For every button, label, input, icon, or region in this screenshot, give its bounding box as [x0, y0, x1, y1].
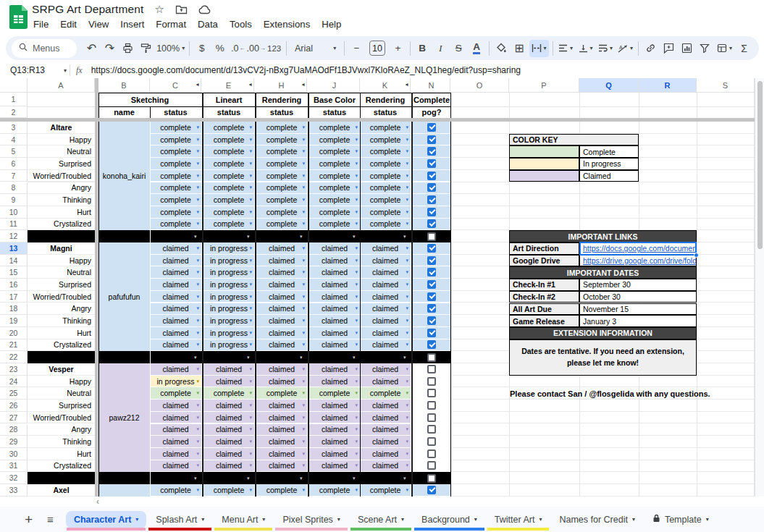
checkbox-cell[interactable] [413, 424, 450, 436]
status-dropdown-icon[interactable]: ▾ [406, 148, 408, 154]
checkbox-cell[interactable] [413, 279, 450, 291]
status-dropdown-icon[interactable]: ▾ [406, 258, 408, 263]
separator-dropdown-icon[interactable]: ▾ [353, 355, 356, 360]
status-cell[interactable]: claimed▾ [203, 363, 254, 376]
character-name-cell[interactable]: Altare [28, 122, 95, 134]
status-cell[interactable]: claimed▾ [150, 242, 201, 255]
status-cell[interactable]: complete▾ [256, 145, 307, 158]
status-cell[interactable]: complete▾ [360, 182, 411, 195]
row-header-33[interactable]: 33 [0, 484, 28, 497]
paint-format-button[interactable] [138, 40, 154, 57]
redo-button[interactable]: ↷ [101, 40, 118, 57]
status-dropdown-icon[interactable]: ▾ [406, 439, 408, 444]
separator-dropdown-icon[interactable]: ▾ [247, 234, 250, 240]
row-header-6[interactable]: 6 [0, 158, 28, 170]
status-dropdown-icon[interactable]: ▾ [406, 330, 408, 336]
status-dropdown-icon[interactable]: ▾ [355, 209, 358, 215]
status-cell[interactable]: in progress▾ [203, 291, 254, 303]
status-cell[interactable]: complete▾ [309, 206, 360, 219]
status-cell[interactable]: claimed▾ [256, 315, 307, 327]
status-cell[interactable]: claimed▾ [150, 448, 201, 460]
row-header-22[interactable]: 22 [0, 351, 28, 363]
status-dropdown-icon[interactable]: ▾ [406, 282, 408, 287]
status-dropdown-icon[interactable]: ▾ [406, 245, 408, 251]
status-cell[interactable]: complete▾ [256, 484, 307, 497]
hidden-col-left-icon[interactable]: ◂ [196, 82, 199, 88]
checkbox-cell[interactable] [413, 134, 450, 146]
row-header-8[interactable]: 8 [0, 182, 28, 195]
expression-cell[interactable]: Angry [28, 303, 95, 316]
checkbox-cell[interactable] [413, 266, 450, 279]
status-cell[interactable]: claimed▾ [203, 424, 254, 436]
status-dropdown-icon[interactable]: ▾ [196, 294, 199, 300]
status-dropdown-icon[interactable]: ▾ [249, 258, 252, 263]
status-cell[interactable]: complete▾ [203, 170, 254, 182]
artist-name-cell[interactable]: pafufufun [98, 242, 150, 351]
group-header-cell[interactable]: Lineart [203, 93, 254, 106]
menu-format[interactable]: Format [150, 17, 192, 31]
status-cell[interactable]: claimed▾ [203, 400, 254, 412]
status-cell[interactable]: complete▾ [360, 206, 411, 219]
status-dropdown-icon[interactable]: ▾ [249, 148, 252, 154]
status-dropdown-icon[interactable]: ▾ [196, 161, 199, 166]
status-dropdown-icon[interactable]: ▾ [249, 124, 252, 130]
format-percent-button[interactable]: % [211, 40, 228, 57]
status-dropdown-icon[interactable]: ▾ [355, 415, 358, 421]
separator-dropdown-icon[interactable]: ▾ [353, 234, 356, 240]
menu-tools[interactable]: Tools [224, 17, 258, 31]
status-dropdown-icon[interactable]: ▾ [302, 318, 305, 324]
row-header-32[interactable]: 32 [0, 472, 28, 484]
status-dropdown-icon[interactable]: ▾ [355, 197, 358, 203]
status-cell[interactable]: claimed▾ [256, 424, 307, 436]
status-cell[interactable]: claimed▾ [309, 255, 360, 267]
status-cell[interactable]: complete▾ [203, 484, 254, 497]
status-dropdown-icon[interactable]: ▾ [406, 379, 408, 384]
status-dropdown-icon[interactable]: ▾ [355, 282, 358, 287]
separator-dropdown-icon[interactable]: ▾ [353, 476, 356, 481]
status-dropdown-icon[interactable]: ▾ [249, 294, 252, 300]
status-dropdown-icon[interactable]: ▾ [249, 185, 252, 190]
checkbox-cell[interactable] [413, 182, 450, 195]
increase-decimal-button[interactable]: .00→ [248, 40, 264, 57]
status-dropdown-icon[interactable]: ▾ [302, 269, 305, 275]
status-cell[interactable]: complete▾ [203, 206, 254, 219]
status-dropdown-icon[interactable]: ▾ [302, 197, 305, 203]
status-dropdown-icon[interactable]: ▾ [249, 318, 252, 324]
status-dropdown-icon[interactable]: ▾ [196, 258, 199, 263]
status-cell[interactable]: claimed▾ [150, 363, 201, 376]
status-dropdown-icon[interactable]: ▾ [302, 379, 305, 384]
status-dropdown-icon[interactable]: ▾ [406, 463, 408, 468]
row-header-1[interactable]: 1 [0, 93, 28, 106]
pog-checkbox[interactable] [427, 304, 436, 313]
status-dropdown-icon[interactable]: ▾ [302, 390, 305, 396]
status-cell[interactable]: claimed▾ [150, 460, 201, 473]
status-dropdown-icon[interactable]: ▾ [302, 305, 305, 311]
status-dropdown-icon[interactable]: ▾ [406, 390, 408, 396]
hidden-col-left-icon[interactable]: ◂ [406, 82, 408, 88]
pog-checkbox[interactable] [427, 437, 436, 446]
sheet-tab-twitter-art[interactable]: Twitter Art▾ [486, 507, 551, 532]
status-cell[interactable]: complete▾ [203, 122, 254, 134]
sheet-tab-character-art[interactable]: Character Art▾ [65, 507, 147, 532]
status-dropdown-icon[interactable]: ▾ [196, 282, 199, 287]
status-dropdown-icon[interactable]: ▾ [196, 318, 199, 324]
pog-checkbox[interactable] [427, 486, 436, 494]
status-cell[interactable]: complete▾ [203, 219, 254, 231]
expression-cell[interactable]: Thinking [28, 436, 95, 448]
status-cell[interactable]: complete▾ [256, 122, 307, 134]
pog-checkbox[interactable] [427, 123, 436, 132]
expression-cell[interactable]: Worried/Troubled [28, 170, 95, 182]
expression-cell[interactable]: Neutral [28, 266, 95, 279]
status-cell[interactable]: in progress▾ [203, 327, 254, 339]
status-dropdown-icon[interactable]: ▾ [249, 439, 252, 444]
status-cell[interactable]: claimed▾ [203, 376, 254, 388]
status-cell[interactable]: claimed▾ [150, 279, 201, 291]
frozen-row-divider[interactable] [0, 118, 755, 122]
status-cell[interactable]: in progress▾ [203, 303, 254, 316]
status-dropdown-icon[interactable]: ▾ [355, 185, 358, 190]
print-button[interactable] [119, 40, 136, 57]
status-dropdown-icon[interactable]: ▾ [355, 342, 358, 347]
move-folder-icon[interactable] [175, 4, 188, 14]
font-family-select[interactable]: Arial▾ [290, 40, 340, 57]
selection-fill-handle[interactable] [694, 253, 699, 258]
